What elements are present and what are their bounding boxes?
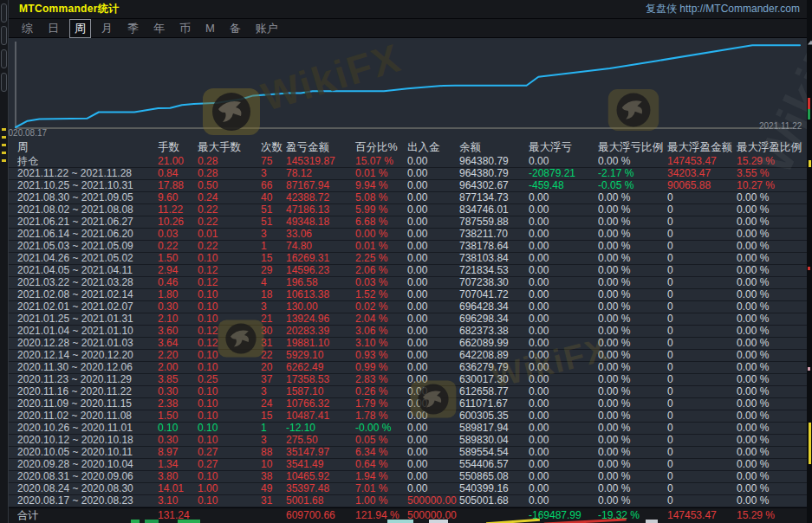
table-cell: 0.00 %: [598, 229, 667, 240]
table-cell: 0.12: [198, 265, 261, 276]
table-cell: 18: [261, 289, 286, 300]
table-cell: 51: [261, 204, 286, 216]
table-cell: 2021.02.01 ~ 2021.02.07: [17, 301, 158, 313]
menu-item-ji[interactable]: 季: [123, 20, 143, 37]
table-row[interactable]: 2020.12.14 ~ 2020.12.202.200.10225929.10…: [9, 350, 808, 362]
table-row[interactable]: 2020.10.12 ~ 2020.10.180.300.103275.500.…: [9, 435, 808, 447]
table-cell: -459.48: [529, 180, 598, 191]
column-header: 余额: [459, 140, 529, 155]
table-cell: 1.50: [158, 410, 198, 422]
table-cell: 0.00: [407, 350, 459, 361]
table-cell: 21: [261, 313, 286, 325]
table-cell: 0.00: [407, 180, 459, 191]
table-row[interactable]: 2021.02.01 ~ 2021.02.070.300.103130.000.…: [9, 301, 808, 313]
background-marker: [2, 152, 6, 154]
table-cell: 0.00: [407, 301, 459, 313]
table-row[interactable]: 2020.11.09 ~ 2020.11.152.380.102410766.3…: [9, 398, 808, 410]
table-cell: 2021.02.08 ~ 2021.02.14: [17, 289, 158, 300]
table-cell: 0.00: [529, 350, 598, 361]
menu-item-zhanghu[interactable]: 账户: [251, 20, 283, 37]
table-cell: 2020.11.30 ~ 2020.12.06: [17, 362, 158, 373]
table-row[interactable]: 2020.11.02 ~ 2020.11.081.500.101510487.4…: [9, 410, 808, 423]
brand-link[interactable]: 复盘侠 http://MTCommander.com: [646, 2, 800, 16]
table-cell: 0.30: [158, 386, 198, 397]
table-cell: 0.00: [407, 216, 459, 228]
table-cell: 0.25: [198, 374, 261, 385]
table-cell: 2020.11.09 ~ 2020.11.15: [17, 398, 158, 410]
table-cell: 0: [667, 350, 737, 361]
table-cell: 0.00 %: [737, 301, 808, 313]
table-cell: 15.07 %: [355, 156, 407, 167]
table-cell: 0.00 %: [598, 435, 667, 446]
table-cell: 0.93 %: [355, 350, 407, 361]
menu-item-nian[interactable]: 年: [149, 20, 169, 37]
table-cell: 964302.67: [459, 180, 529, 191]
table-cell: 500000.00: [407, 495, 459, 507]
table-row[interactable]: 2021.08.02 ~ 2021.08.0811.220.225147186.…: [9, 204, 808, 216]
table-row[interactable]: 2021.03.22 ~ 2021.03.280.460.124196.580.…: [9, 277, 808, 289]
table-row[interactable]: 2021.11.22 ~ 2021.11.280.840.28378.120.0…: [9, 168, 808, 180]
table-cell: 0.00 %: [737, 459, 808, 470]
table-row[interactable]: 2020.11.30 ~ 2020.12.062.000.10206262.49…: [9, 362, 808, 374]
table-cell: 5001.68: [286, 495, 355, 507]
table-cell: 90065.88: [667, 180, 737, 191]
table-row[interactable]: 2020.11.16 ~ 2020.11.220.300.1031587.100…: [9, 386, 808, 398]
table-cell: 0.10: [198, 362, 261, 373]
table-cell: 0.00 %: [737, 362, 808, 373]
total-row[interactable]: 合计131.24609700.66121.94 %500000.00-16948…: [9, 507, 808, 523]
equity-chart: 2020.08.17 2021.11.22: [9, 38, 807, 139]
table-cell: [261, 508, 286, 523]
table-row[interactable]: 2021.05.03 ~ 2021.05.090.220.22174.800.0…: [9, 241, 808, 253]
table-cell: 2021.08.30 ~ 2021.09.05: [17, 192, 158, 203]
table-cell: 0.30: [158, 301, 198, 313]
table-cell: 0.00 %: [737, 447, 808, 458]
table-cell: 3541.49: [286, 459, 355, 470]
table-cell: 0.00: [529, 216, 598, 228]
table-cell: 0: [667, 374, 737, 385]
table-cell: 0.00: [407, 229, 459, 240]
menu-item-zhou[interactable]: 周: [69, 19, 91, 38]
table-row[interactable]: 2021.10.25 ~ 2021.10.3117.880.506687167.…: [9, 180, 808, 192]
table-row[interactable]: 2021.04.05 ~ 2021.04.112.940.122914596.2…: [9, 265, 808, 277]
menu-item-bei[interactable]: 备: [225, 20, 245, 37]
table-cell: 0.00: [529, 435, 598, 446]
table-row[interactable]: 2020.12.28 ~ 2021.01.033.640.123119881.1…: [9, 338, 808, 350]
table-row[interactable]: 2020.10.26 ~ 2020.11.010.100.101-12.10-0…: [9, 423, 808, 435]
table-cell: 0.00 %: [737, 204, 808, 216]
menu-item-bi[interactable]: 币: [175, 20, 195, 37]
table-row[interactable]: 2021.06.14 ~ 2021.06.200.030.01333.060.0…: [9, 229, 808, 241]
menu-item-zong[interactable]: 综: [17, 20, 37, 37]
background-marker: [808, 267, 810, 270]
table-cell: 0: [667, 386, 737, 397]
table-row[interactable]: 持仓21.000.2875145319.8715.07 %0.00964380.…: [9, 156, 808, 168]
table-cell: 275.50: [286, 435, 355, 446]
title-bar: MTCommander统计 复盘侠 http://MTCommander.com: [9, 0, 807, 19]
table-cell: 0.00 %: [737, 192, 808, 203]
table-row[interactable]: 2020.08.24 ~ 2020.08.3014.011.004935397.…: [9, 483, 808, 495]
table-row[interactable]: 2021.02.08 ~ 2021.02.141.800.101810613.3…: [9, 289, 808, 301]
table-cell: -169487.99: [529, 508, 598, 523]
table-cell: 964380.79: [459, 168, 529, 179]
menu-item-ri[interactable]: 日: [43, 20, 63, 37]
table-row[interactable]: 2020.08.31 ~ 2020.09.063.800.103810465.9…: [9, 471, 808, 483]
table-row[interactable]: 2020.09.28 ~ 2020.10.041.340.27103541.49…: [9, 459, 808, 471]
table-cell: 0.00 %: [737, 471, 808, 482]
menu-item-m[interactable]: M: [201, 21, 219, 36]
table-row[interactable]: 2021.08.30 ~ 2021.09.059.600.244042388.7…: [9, 192, 808, 204]
table-row[interactable]: 2020.10.05 ~ 2020.10.118.970.278835147.9…: [9, 447, 808, 459]
table-cell: 0.00 %: [598, 204, 667, 216]
table-cell: 0.28: [198, 156, 261, 167]
table-cell: 37: [261, 374, 286, 385]
table-row[interactable]: 2020.08.17 ~ 2020.08.233.100.10315001.68…: [9, 495, 808, 507]
table-row[interactable]: 2021.06.21 ~ 2021.06.2710.260.225149348.…: [9, 216, 808, 229]
table-row[interactable]: 2021.01.04 ~ 2021.01.103.600.123020283.3…: [9, 326, 808, 338]
menu-item-yue[interactable]: 月: [97, 20, 117, 37]
table-row[interactable]: 2021.01.25 ~ 2021.01.312.100.102113924.9…: [9, 313, 808, 326]
table-row[interactable]: 2021.04.26 ~ 2021.05.021.500.101516269.3…: [9, 253, 808, 265]
table-cell: 0.22: [198, 204, 261, 216]
table-cell: 0.00 %: [598, 192, 667, 203]
table-cell: 0: [667, 253, 737, 264]
table-row[interactable]: 2020.11.23 ~ 2020.11.293.850.253717358.5…: [9, 374, 808, 386]
table-cell: 0.00 %: [737, 289, 808, 300]
table-cell: 0: [667, 410, 737, 422]
